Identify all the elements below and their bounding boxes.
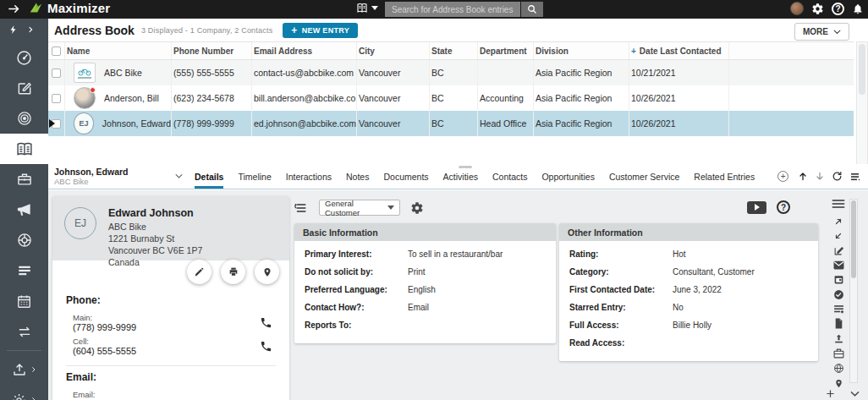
column-header-phone[interactable]: Phone Number	[172, 42, 252, 59]
phone-label: Cell:	[73, 337, 136, 346]
sidebar-item-hotlist[interactable]	[0, 255, 48, 286]
bell-icon[interactable]	[852, 3, 864, 15]
briefcase-icon[interactable]	[833, 348, 844, 359]
add-tab-icon[interactable]: +	[777, 171, 788, 182]
help-icon[interactable]: ?	[777, 200, 790, 214]
column-header-state[interactable]: State	[430, 42, 478, 59]
view-selector-dropdown[interactable]: General Customer	[319, 200, 400, 216]
entity-chevron-down-icon[interactable]	[175, 173, 183, 179]
help-icon[interactable]: ?	[832, 3, 844, 15]
phone-value: (604) 555-5555	[73, 346, 136, 356]
call-button[interactable]	[256, 340, 276, 353]
sidebar-item-address-book[interactable]	[0, 134, 48, 164]
column-header-city[interactable]: City	[357, 42, 430, 59]
calendar-icon[interactable]	[833, 274, 844, 285]
globe-icon[interactable]	[833, 363, 844, 374]
email-heading: Email:	[66, 371, 276, 383]
key-fields-icon[interactable]	[293, 201, 309, 215]
task-check-icon[interactable]	[833, 289, 844, 300]
customer-service-icon	[16, 232, 33, 249]
select-all-checkbox[interactable]	[52, 47, 61, 56]
search-button[interactable]	[521, 2, 543, 17]
arrow-up-right-icon[interactable]	[833, 216, 843, 227]
import-icon	[12, 362, 27, 377]
column-header-email[interactable]: Email Address	[252, 42, 357, 59]
row-checkbox[interactable]	[52, 94, 61, 103]
tab-notes[interactable]: Notes	[346, 164, 369, 189]
scrollbar-thumb[interactable]	[859, 44, 865, 95]
sidebar-item-targets[interactable]	[0, 103, 48, 134]
print-button[interactable]	[221, 260, 245, 284]
arrow-down-left-icon[interactable]	[833, 231, 843, 241]
layout-settings-gear-icon[interactable]	[410, 201, 424, 215]
detail-tabs: Details Timeline Interactions Notes Docu…	[195, 164, 788, 189]
sidebar-item-campaigns[interactable]	[0, 195, 48, 225]
map-pin-icon[interactable]	[834, 378, 843, 389]
email-icon[interactable]	[833, 260, 844, 270]
module-switcher[interactable]	[355, 2, 378, 14]
sidebar-item-notes[interactable]	[0, 73, 48, 103]
expand-chevron-icon[interactable]	[27, 25, 35, 35]
video-tutorial-icon[interactable]	[747, 201, 766, 214]
edit-button[interactable]	[187, 260, 212, 284]
field-row: Preferred Language:English	[305, 285, 546, 294]
chevron-down-icon[interactable]	[850, 389, 860, 398]
list-menu-icon[interactable]	[849, 172, 861, 182]
maximizer-logo[interactable]: Maximizer	[29, 1, 110, 15]
scrollbar-thumb[interactable]	[851, 200, 856, 278]
detail-scrollbar[interactable]	[849, 199, 858, 383]
sidebar-header[interactable]	[0, 19, 48, 42]
phone-item: Main: (778) 999-9999	[66, 311, 276, 335]
tab-related-entries[interactable]: Related Entries	[694, 164, 755, 189]
sidebar-item-transfer[interactable]	[0, 316, 48, 347]
refresh-icon[interactable]	[832, 171, 843, 182]
column-header-department[interactable]: Department	[478, 42, 534, 59]
sidebar-item-settings[interactable]	[0, 385, 48, 400]
tab-documents[interactable]: Documents	[383, 164, 428, 189]
user-avatar[interactable]	[790, 2, 804, 15]
column-header-name[interactable]: Name	[65, 42, 172, 59]
sidebar-item-import[interactable]	[0, 354, 48, 385]
note-list-icon[interactable]	[833, 304, 844, 314]
tab-timeline[interactable]: Timeline	[238, 164, 271, 189]
hotlist-icon	[16, 263, 33, 278]
table-row-selected[interactable]: EJ Johnson, Edward (778) 999-9999 ed.joh…	[48, 111, 854, 136]
sidebar-item-dashboard[interactable]	[0, 42, 48, 73]
table-row[interactable]: Anderson, Bill (623) 234-5678 bill.ander…	[48, 85, 854, 111]
tab-details[interactable]: Details	[195, 164, 223, 189]
column-header-division[interactable]: Division	[534, 42, 629, 59]
upload-icon[interactable]	[833, 333, 844, 344]
arrow-up-icon[interactable]	[798, 171, 808, 182]
gear-icon[interactable]	[811, 3, 824, 15]
table-scrollbar[interactable]	[856, 41, 868, 168]
arrow-down-icon[interactable]	[815, 171, 825, 182]
basic-information-panel: Basic Information Primary Interest:To se…	[294, 223, 556, 343]
dashboard-icon	[15, 49, 33, 67]
row-checkbox[interactable]	[52, 68, 61, 78]
search-input[interactable]	[385, 2, 520, 17]
column-header-date-last-contacted[interactable]: + Date Last Contacted	[629, 42, 729, 59]
menu-icon[interactable]	[832, 199, 845, 209]
compose-icon[interactable]	[833, 245, 844, 256]
sidebar-item-customer-service[interactable]	[0, 225, 48, 255]
tab-interactions[interactable]: Interactions	[286, 164, 332, 189]
sidebar-item-calendar[interactable]	[0, 286, 48, 316]
tab-opportunities[interactable]: Opportunities	[541, 164, 594, 189]
table-row[interactable]: ABC Bike (555) 555-5555 contact-us@abcbi…	[48, 60, 854, 85]
tab-customer-service[interactable]: Customer Service	[609, 164, 679, 189]
main-content: Address Book 3 Displayed - 1 Company, 2 …	[48, 19, 868, 400]
new-entry-button[interactable]: + NEW ENTRY	[283, 23, 358, 38]
sidebar-item-opportunities[interactable]	[0, 164, 48, 195]
plus-icon[interactable]	[826, 389, 835, 398]
pane-resize-handle[interactable]	[459, 166, 472, 168]
document-icon[interactable]	[834, 318, 843, 329]
calendar-icon	[16, 293, 32, 310]
more-button[interactable]: MORE	[794, 23, 849, 41]
field-row: Read Access:	[569, 338, 808, 348]
detail-side-toolbar	[832, 199, 845, 389]
forward-arrow-icon[interactable]	[7, 3, 21, 15]
call-button[interactable]	[256, 316, 276, 329]
caret-down-icon	[387, 205, 394, 210]
tab-contacts[interactable]: Contacts	[492, 164, 527, 189]
map-button[interactable]	[255, 260, 279, 284]
